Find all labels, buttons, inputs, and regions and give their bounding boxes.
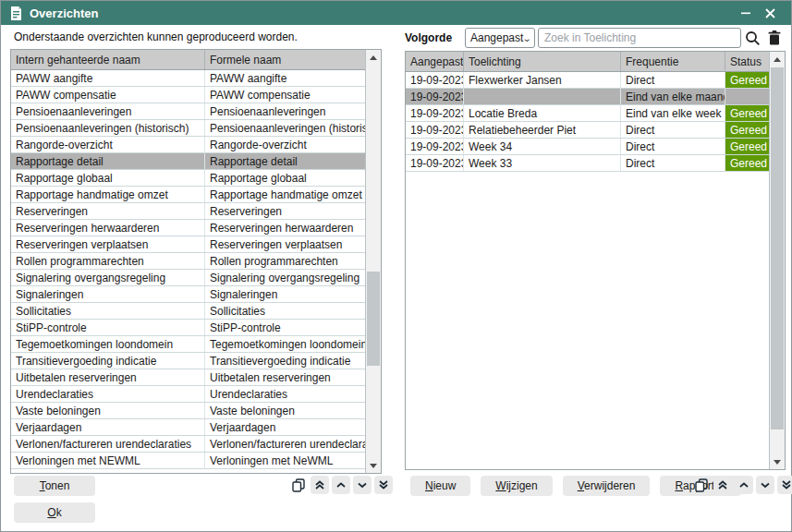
move-up-button[interactable]	[735, 476, 753, 494]
table-row[interactable]: PAWW compensatiePAWW compensatie	[11, 87, 365, 103]
tonen-button[interactable]: Tonen	[14, 476, 95, 496]
move-down-button[interactable]	[353, 476, 372, 494]
chevron-down-icon	[357, 479, 368, 490]
cell-formele-naam: Transitievergoeding indicatie	[205, 353, 365, 369]
table-row[interactable]: 19-09-2023Week 33DirectGereed	[406, 155, 769, 172]
table-row[interactable]: Reserveringen herwaarderenReserveringen …	[11, 220, 365, 236]
search-button[interactable]	[741, 28, 763, 48]
cell-intern-naam: Reserveringen herwaarderen	[11, 220, 205, 236]
table-row[interactable]: 19-09-2023Locatie BredaEind van elke wee…	[406, 105, 769, 122]
move-up-button[interactable]	[332, 476, 350, 494]
minimize-button[interactable]	[734, 1, 758, 25]
copy-button[interactable]	[692, 476, 711, 494]
chevron-down-icon: ⌄	[522, 33, 532, 43]
table-row[interactable]: 19-09-2023Relatiebeheerder PietDirectGer…	[406, 122, 769, 139]
table-row[interactable]: Verlonen/factureren urendeclaratiesVerlo…	[11, 436, 365, 453]
copy-button[interactable]	[289, 476, 308, 494]
table-row[interactable]: Tegemoetkomingen loondomeinTegemoetkomin…	[11, 336, 365, 353]
cell-intern-naam: Rapportage detail	[11, 153, 205, 169]
verwijderen-button[interactable]: Verwijderen	[563, 476, 651, 496]
overzichten-table-body: PAWW aangiftePAWW aangiftePAWW compensat…	[11, 70, 365, 469]
column-header-formele-naam[interactable]: Formele naam	[205, 50, 365, 69]
column-header-toelichting[interactable]: Toelichting	[464, 52, 621, 71]
table-row[interactable]: PensioenaanleveringenPensioenaanlevering…	[11, 103, 365, 120]
ok-button[interactable]: Ok	[14, 502, 95, 523]
right-table-scrollbar[interactable]	[769, 52, 785, 469]
scroll-up-button[interactable]	[770, 52, 785, 66]
volgorde-select[interactable]: Aangepast ⌄	[465, 28, 535, 48]
scroll-down-button[interactable]	[770, 454, 785, 469]
cell-intern-naam: StiPP-controle	[11, 320, 205, 335]
table-row[interactable]: 19-09-2023Week 34DirectGereed	[406, 139, 769, 155]
clear-search-button[interactable]	[763, 28, 786, 48]
cell-intern-naam: Transitievergoeding indicatie	[11, 353, 205, 369]
column-header-aangepast[interactable]: Aangepast	[406, 52, 464, 71]
move-to-top-button[interactable]	[713, 476, 732, 494]
column-header-intern-naam[interactable]: Intern gehanteerde naam	[11, 50, 205, 69]
scrollbar-thumb[interactable]	[771, 67, 784, 429]
table-row[interactable]: Vaste beloningenVaste beloningen	[11, 403, 365, 419]
table-row[interactable]: Rapportage handmatige omzetRapportage ha…	[11, 187, 365, 203]
table-row[interactable]: Reserveringen verplaatsenReserveringen v…	[11, 236, 365, 253]
table-row[interactable]: Uitbetalen reserveringenUitbetalen reser…	[11, 369, 365, 386]
move-down-button[interactable]	[756, 476, 774, 494]
cell-intern-naam: Reserveringen	[11, 203, 205, 219]
table-row[interactable]: StiPP-controleStiPP-controle	[11, 320, 365, 336]
table-row[interactable]: UrendeclaratiesUrendeclaraties	[11, 386, 365, 403]
rapporten-table-body: 19-09-2023Flexwerker JansenDirectGereed1…	[406, 72, 769, 172]
table-row[interactable]: Rapportage globaalRapportage globaal	[11, 170, 365, 187]
table-row[interactable]: Pensioenaanleveringen (historisch)Pensio…	[11, 120, 365, 137]
scrollbar-thumb[interactable]	[367, 272, 380, 366]
cell-aangepast: 19-09-2023	[406, 72, 464, 88]
table-row[interactable]: ReserveringenReserveringen	[11, 203, 365, 220]
cell-intern-naam: Rapportage globaal	[11, 170, 205, 186]
nieuw-button[interactable]: Nieuw	[410, 476, 470, 496]
cell-intern-naam: Vaste beloningen	[11, 403, 205, 418]
cell-formele-naam: Reserveringen verplaatsen	[205, 236, 365, 252]
scroll-up-button[interactable]	[366, 50, 381, 65]
rapporten-table-header: Aangepast Toelichting Frequentie Status	[406, 52, 769, 72]
table-row[interactable]: Transitievergoeding indicatieTransitieve…	[11, 353, 365, 369]
table-row[interactable]: Verloningen met NEWMLVerloningen met NeW…	[11, 453, 365, 469]
table-row[interactable]: SollicitatiesSollicitaties	[11, 303, 365, 320]
left-table-scrollbar[interactable]	[365, 50, 381, 473]
double-chevron-up-icon	[717, 479, 728, 490]
move-to-bottom-button[interactable]	[374, 476, 393, 494]
cell-intern-naam: Pensioenaanleveringen (historisch)	[11, 120, 205, 136]
cell-formele-naam: PAWW aangifte	[205, 70, 365, 86]
cell-toelichting: Flexwerker Jansen	[464, 72, 621, 88]
move-to-top-button[interactable]	[311, 476, 329, 494]
table-row[interactable]: SignaleringenSignaleringen	[11, 286, 365, 303]
table-row[interactable]: Rollen programmarechtenRollen programmar…	[11, 253, 365, 270]
cell-formele-naam: Reserveringen	[205, 203, 365, 219]
double-chevron-down-icon	[781, 479, 792, 490]
scroll-up-icon	[774, 57, 781, 62]
table-row[interactable]: Rangorde-overzichtRangorde-overzicht	[11, 137, 365, 153]
table-row[interactable]: Signalering overgangsregelingSignalering…	[11, 270, 365, 286]
column-header-status[interactable]: Status	[725, 52, 769, 71]
close-button[interactable]	[758, 1, 782, 25]
cell-intern-naam: Tegemoetkomingen loondomein	[11, 336, 205, 352]
cell-formele-naam: Uitbetalen reserveringen	[205, 369, 365, 385]
table-row[interactable]: Rapportage detailRapportage detail	[11, 153, 365, 170]
wijzigen-button[interactable]: Wijzigen	[481, 476, 552, 496]
cell-formele-naam: Tegemoetkomingen loondomein	[205, 336, 365, 352]
table-row[interactable]: 19-09-2023Flexwerker JansenDirectGereed	[406, 72, 769, 89]
scroll-down-button[interactable]	[366, 458, 381, 473]
search-input[interactable]	[538, 28, 741, 48]
search-icon	[745, 30, 761, 46]
cell-formele-naam: PAWW compensatie	[205, 87, 365, 103]
move-to-bottom-button[interactable]	[777, 476, 792, 494]
report-document-icon	[10, 6, 22, 20]
column-header-frequentie[interactable]: Frequentie	[621, 52, 725, 71]
status-badge: Gereed	[725, 122, 769, 138]
overzichten-table-header: Intern gehanteerde naam Formele naam	[11, 50, 365, 70]
table-row[interactable]: 19-09-2023Eind van elke maand	[406, 89, 769, 105]
cell-formele-naam: Rangorde-overzicht	[205, 137, 365, 152]
right-order-icon-group	[692, 476, 792, 494]
table-row[interactable]: PAWW aangiftePAWW aangifte	[11, 70, 365, 87]
double-chevron-up-icon	[314, 479, 325, 490]
cell-intern-naam: Sollicitaties	[11, 303, 205, 319]
table-row[interactable]: VerjaardagenVerjaardagen	[11, 419, 365, 436]
cell-formele-naam: Verjaardagen	[205, 419, 365, 435]
